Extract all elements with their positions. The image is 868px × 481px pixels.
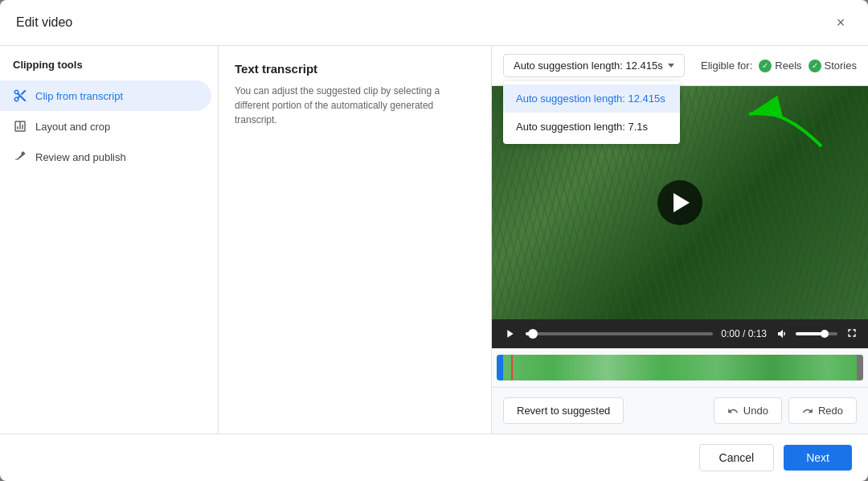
modal-header: Edit video ×	[0, 0, 868, 46]
suggestion-dropdown-button[interactable]: Auto suggestion length: 12.415s	[503, 54, 685, 77]
volume-thumb	[821, 330, 829, 338]
publish-icon	[13, 150, 27, 164]
revert-to-suggested-button[interactable]: Revert to suggested	[503, 397, 624, 424]
video-toolbar: Auto suggestion length: 12.415s Eligible…	[492, 46, 868, 86]
timeline-handle-left[interactable]	[497, 355, 503, 380]
play-pause-button[interactable]	[502, 326, 518, 342]
timeline-bar[interactable]	[497, 355, 863, 380]
fullscreen-button[interactable]	[845, 327, 858, 342]
cancel-button[interactable]: Cancel	[699, 444, 775, 471]
volume-button[interactable]	[775, 326, 791, 342]
eligible-info: Eligible for: ✓ Reels ✓ Stories	[701, 60, 857, 72]
eligible-reels: ✓ Reels	[759, 60, 801, 72]
total-time: 0:13	[748, 328, 767, 339]
timeline-section	[492, 348, 868, 387]
modal-body: Clipping tools Clip from transcript	[0, 46, 868, 434]
sidebar-header: Clipping tools	[0, 59, 218, 80]
sidebar-item-clip-from-transcript[interactable]: Clip from transcript	[0, 80, 211, 111]
sidebar-item-layout-and-crop[interactable]: Layout and crop	[0, 111, 211, 142]
suggestion-label: Auto suggestion length: 12.415s	[514, 60, 663, 72]
layout-icon	[13, 119, 27, 134]
stories-label: Stories	[825, 60, 857, 72]
clip-from-transcript-label: Clip from transcript	[35, 90, 123, 102]
suggestion-dropdown-menu: Auto suggestion length: 12.415s Auto sug…	[503, 81, 680, 144]
eligible-stories: ✓ Stories	[809, 60, 857, 72]
stories-check-icon: ✓	[809, 60, 821, 72]
redo-label: Redo	[818, 405, 843, 417]
video-panel: Auto suggestion length: 12.415s Eligible…	[492, 46, 868, 434]
undo-redo-buttons: Undo Redo	[714, 397, 857, 424]
play-icon	[674, 193, 690, 212]
close-button[interactable]: ×	[829, 11, 852, 34]
undo-button[interactable]: Undo	[714, 397, 782, 424]
time-display: 0:00 / 0:13	[721, 328, 767, 339]
progress-bar[interactable]	[526, 332, 713, 335]
video-controls: 0:00 / 0:13	[492, 319, 868, 348]
chevron-down-icon	[668, 64, 674, 68]
reels-check-icon: ✓	[759, 60, 772, 72]
modal-footer: Cancel Next	[0, 434, 868, 481]
timeline-inner	[497, 355, 863, 380]
clip-icon	[13, 88, 27, 103]
main-content: Text transcript You can adjust the sugge…	[219, 46, 868, 434]
timeline-handle-right[interactable]	[857, 355, 863, 380]
play-button[interactable]	[657, 180, 702, 225]
panel-title: Text transcript	[235, 62, 475, 76]
sidebar: Clipping tools Clip from transcript	[0, 46, 219, 434]
edit-video-modal: Edit video × Clipping tools Clip from tr…	[0, 0, 868, 481]
next-button[interactable]: Next	[784, 445, 852, 471]
time-separator: /	[743, 328, 745, 339]
undo-label: Undo	[743, 405, 768, 417]
volume-control	[775, 326, 837, 342]
review-and-publish-label: Review and publish	[35, 151, 126, 163]
timeline-playhead	[511, 355, 513, 380]
video-actions: Revert to suggested Undo	[492, 387, 868, 434]
layout-and-crop-label: Layout and crop	[35, 121, 110, 133]
reels-label: Reels	[775, 60, 801, 72]
dropdown-item-0[interactable]: Auto suggestion length: 12.415s	[503, 84, 680, 113]
dropdown-item-1[interactable]: Auto suggestion length: 7.1s	[503, 113, 680, 141]
volume-bar[interactable]	[796, 332, 837, 335]
progress-thumb	[528, 329, 538, 339]
redo-button[interactable]: Redo	[788, 397, 857, 424]
panel-description: You can adjust the suggested clip by sel…	[235, 84, 475, 127]
eligible-label: Eligible for:	[701, 60, 752, 72]
sidebar-item-review-and-publish[interactable]: Review and publish	[0, 142, 211, 172]
current-time: 0:00	[721, 328, 739, 339]
modal-title: Edit video	[16, 15, 72, 30]
transcript-panel: Text transcript You can adjust the sugge…	[219, 46, 492, 434]
